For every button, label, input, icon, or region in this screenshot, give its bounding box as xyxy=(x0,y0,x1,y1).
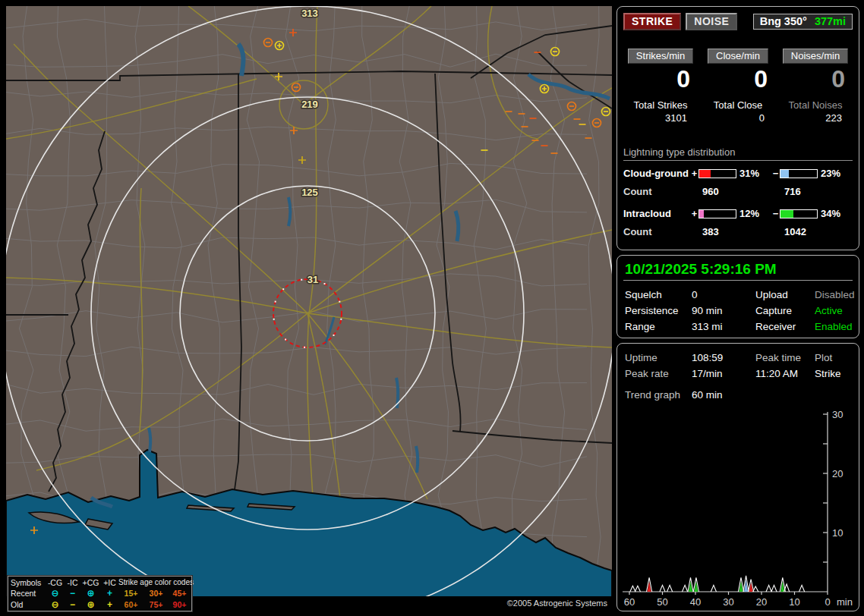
date-time-display: 10/21/2025 5:29:16 PM xyxy=(625,261,851,278)
total-strikes-label: Total Strikes xyxy=(622,99,699,111)
trend-panel: 3020106050403020100min Uptime 108:59 Pea… xyxy=(616,343,859,611)
cg-positive-bar xyxy=(698,169,736,178)
age-code-60: 60+ xyxy=(118,601,143,609)
ring-label-313: 313 xyxy=(301,8,318,19)
minus-sign: − xyxy=(771,168,780,179)
recent-pos-ic-icon: + xyxy=(101,589,118,598)
strike-counters-panel: STRIKE NOISE Bng 350° 377mi Strikes/min … xyxy=(616,6,859,250)
svg-text:60: 60 xyxy=(624,596,635,608)
capture-value: Active xyxy=(815,305,855,316)
cg-negative-count: 716 xyxy=(784,186,801,197)
svg-text:10: 10 xyxy=(832,527,843,539)
trend-graph: 3020106050403020100min xyxy=(618,344,859,611)
count-label: Count xyxy=(623,226,702,237)
capture-label: Capture xyxy=(755,305,815,316)
svg-text:10: 10 xyxy=(789,596,799,608)
count-label: Count xyxy=(623,186,702,197)
cloud-ground-label: Cloud-ground xyxy=(623,168,690,179)
symbol-legend: Symbols -CG -IC +CG +IC Strike age color… xyxy=(8,576,192,611)
persistence-value: 90 min xyxy=(692,305,755,316)
ic-negative-count: 1042 xyxy=(784,226,806,237)
age-code-45: 45+ xyxy=(169,589,191,598)
strikes-per-min-button[interactable]: Strikes/min xyxy=(628,49,693,64)
cg-negative-pct: 23% xyxy=(821,168,853,179)
bearing-value: Bng 350° xyxy=(760,15,807,27)
ring-label-31: 31 xyxy=(307,274,318,285)
old-pos-ic-icon: + xyxy=(101,600,118,609)
cloud-ground-row: Cloud-ground + 31% − 23% xyxy=(623,168,853,180)
cg-positive-pct: 31% xyxy=(739,168,771,179)
upload-value: Disabled xyxy=(815,289,855,300)
persistence-label: Persistence xyxy=(625,305,692,316)
nexstorm-app-window: 313 219 125 31 ©2005 Astrogenic Systems … xyxy=(0,0,864,616)
lightning-map[interactable]: 313 219 125 31 ©2005 Astrogenic Systems … xyxy=(6,6,612,611)
svg-text:30: 30 xyxy=(723,596,733,608)
intracloud-counts: Count 383 1042 xyxy=(623,226,853,237)
legend-age-title: Strike age color codes xyxy=(118,579,191,586)
range-value: 313 mi xyxy=(692,321,755,332)
cloud-ground-counts: Count 960 716 xyxy=(623,186,853,197)
legend-header-neg-ic: -IC xyxy=(65,579,80,587)
legend-row-old-label: Old xyxy=(11,601,46,609)
close-per-min-value: 0 xyxy=(699,65,777,93)
svg-text:50: 50 xyxy=(657,596,667,608)
receiver-value: Enabled xyxy=(815,321,855,332)
legend-header-symbols: Symbols xyxy=(11,579,46,587)
recent-neg-ic-icon: − xyxy=(65,589,80,598)
ic-negative-pct: 34% xyxy=(821,208,853,219)
old-neg-ic-icon: − xyxy=(65,600,80,609)
intracloud-label: Intracloud xyxy=(623,208,690,219)
cg-positive-count: 960 xyxy=(702,186,784,197)
ic-positive-bar xyxy=(698,209,736,218)
old-neg-cg-icon: ⊖ xyxy=(46,600,65,609)
legend-row-recent-label: Recent xyxy=(11,589,46,598)
ic-negative-bar xyxy=(780,209,818,218)
upload-label: Upload xyxy=(755,289,815,300)
status-panel: 10/21/2025 5:29:16 PM Squelch 0 Upload D… xyxy=(616,255,859,338)
copyright-text: ©2005 Astrogenic Systems xyxy=(507,599,607,608)
range-label: Range xyxy=(625,321,692,332)
svg-text:30: 30 xyxy=(832,409,843,420)
legend-header-pos-cg: +CG xyxy=(80,579,101,587)
ring-label-125: 125 xyxy=(301,187,318,198)
close-per-min-button[interactable]: Close/min xyxy=(708,49,768,64)
total-noises-value: 223 xyxy=(777,112,854,124)
recent-pos-cg-icon: ⊕ xyxy=(80,589,101,598)
range-value: 377mi xyxy=(815,15,846,27)
squelch-value: 0 xyxy=(692,289,755,300)
distribution-title: Lightning type distribution xyxy=(623,146,853,161)
recent-neg-cg-icon: ⊖ xyxy=(46,589,65,598)
noises-per-min-value: 0 xyxy=(777,65,854,93)
minus-sign: − xyxy=(771,208,780,219)
receiver-label: Receiver xyxy=(755,321,815,332)
old-pos-cg-icon: ⊕ xyxy=(80,600,101,609)
squelch-label: Squelch xyxy=(625,289,692,300)
divider xyxy=(623,280,853,281)
legend-header-neg-cg: -CG xyxy=(46,579,65,587)
strikes-per-min-value: 0 xyxy=(622,65,699,93)
svg-text:20: 20 xyxy=(756,596,767,608)
svg-text:0: 0 xyxy=(825,596,830,608)
total-noises-label: Total Noises xyxy=(777,99,854,111)
noise-mode-button[interactable]: NOISE xyxy=(686,13,737,30)
svg-text:min: min xyxy=(837,596,853,608)
bearing-range-readout: Bng 350° 377mi xyxy=(753,14,853,30)
svg-text:20: 20 xyxy=(832,468,843,479)
strike-mode-button[interactable]: STRIKE xyxy=(623,13,681,30)
total-close-label: Total Close xyxy=(699,99,777,111)
age-code-30: 30+ xyxy=(143,589,169,598)
ic-positive-pct: 12% xyxy=(739,208,771,219)
age-code-15: 15+ xyxy=(118,589,143,598)
total-close-value: 0 xyxy=(699,112,777,124)
legend-header-pos-ic: +IC xyxy=(101,579,118,587)
plus-sign: + xyxy=(690,168,698,179)
age-code-75: 75+ xyxy=(143,601,169,609)
total-strikes-value: 3101 xyxy=(622,112,699,124)
map-canvas[interactable]: 313 219 125 31 xyxy=(6,6,612,611)
noises-per-min-button[interactable]: Noises/min xyxy=(783,49,848,64)
intracloud-row: Intracloud + 12% − 34% xyxy=(623,208,853,220)
ic-positive-count: 383 xyxy=(702,226,784,237)
cg-negative-bar xyxy=(780,169,818,178)
plus-sign: + xyxy=(690,208,698,219)
ring-label-219: 219 xyxy=(301,99,318,110)
